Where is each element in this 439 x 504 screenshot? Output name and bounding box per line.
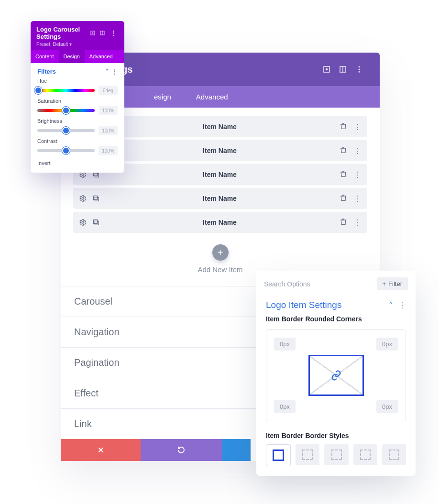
- border-style-option-3[interactable]: [324, 444, 348, 465]
- rounded-corners-control: 0px 0px 0px 0px: [266, 329, 406, 421]
- filters-body: Filters ˄ ⋮ Hue0degSaturation100%Brightn…: [31, 63, 124, 173]
- corner-bottom-right-input[interactable]: 0px: [376, 400, 398, 413]
- slider-track[interactable]: [37, 109, 95, 112]
- corner-top-left-input[interactable]: 0px: [274, 338, 296, 351]
- svg-point-1: [326, 69, 328, 70]
- expand-icon[interactable]: [318, 61, 335, 77]
- more-icon[interactable]: ⋮: [354, 194, 362, 203]
- item-name-label: Item Name: [100, 195, 340, 202]
- tab-advanced[interactable]: Advanced: [184, 86, 241, 108]
- filters-floating-panel: Logo Carousel Settings ⋮ Preset: Default…: [31, 21, 124, 173]
- svg-point-16: [82, 197, 84, 199]
- more-icon[interactable]: ⋮: [354, 122, 362, 131]
- svg-point-19: [82, 221, 84, 223]
- filters-panel-title: Logo Carousel Settings: [36, 26, 90, 40]
- slider-thumb[interactable]: [62, 147, 70, 154]
- item-name-label: Item Name: [100, 147, 340, 154]
- border-style-solid[interactable]: [266, 444, 291, 466]
- slider-value[interactable]: 100%: [99, 106, 118, 115]
- filter-hue: Hue0deg: [37, 78, 118, 95]
- item-row[interactable]: Item Name⋮: [73, 212, 367, 233]
- plus-icon: +: [383, 280, 386, 287]
- svg-rect-20: [95, 221, 99, 225]
- logo-item-settings-panel: Search Options + Filter Logo Item Settin…: [256, 271, 416, 476]
- slider-thumb[interactable]: [62, 127, 70, 134]
- trash-icon[interactable]: [340, 122, 347, 131]
- item-name-label: Item Name: [100, 219, 340, 226]
- border-style-option-4[interactable]: [353, 444, 377, 465]
- more-icon[interactable]: ⋮: [354, 218, 362, 227]
- item-row[interactable]: Item Name⋮: [73, 188, 367, 209]
- link-corners-toggle[interactable]: [308, 355, 364, 396]
- duplicate-icon[interactable]: [92, 219, 100, 226]
- slider-value[interactable]: 0deg: [99, 86, 118, 95]
- tab-design[interactable]: esign: [154, 86, 184, 108]
- undo-button[interactable]: [141, 439, 222, 461]
- chevron-up-icon: ˄: [389, 301, 393, 310]
- svg-point-13: [82, 174, 84, 175]
- more-icon[interactable]: ⋮: [109, 29, 119, 37]
- item-name-label: Item Name: [100, 123, 340, 131]
- svg-point-6: [359, 71, 360, 73]
- rounded-corners-label: Item Border Rounded Corners: [256, 315, 416, 323]
- more-icon[interactable]: ⋮: [354, 146, 362, 155]
- more-icon[interactable]: ⋮: [398, 301, 406, 310]
- trash-icon[interactable]: [340, 146, 347, 155]
- filters-tab-content[interactable]: Content: [31, 50, 59, 63]
- gear-icon[interactable]: [79, 195, 87, 202]
- filter-label: Contrast: [37, 138, 118, 144]
- filter-contrast: Contrast100%: [37, 138, 118, 155]
- filter-label: Brightness: [37, 118, 118, 124]
- slider-track[interactable]: [37, 129, 95, 132]
- svg-rect-18: [94, 196, 98, 200]
- filters-header: Logo Carousel Settings ⋮ Preset: Default…: [31, 21, 124, 50]
- add-item-button[interactable]: +: [212, 244, 229, 261]
- filter-label: Saturation: [37, 98, 118, 104]
- slider-value[interactable]: 100%: [99, 146, 118, 155]
- slider-track[interactable]: [37, 149, 95, 152]
- slider-thumb[interactable]: [34, 87, 42, 94]
- corner-bottom-left-input[interactable]: 0px: [274, 400, 296, 413]
- trash-icon[interactable]: [340, 218, 347, 227]
- item-panel-header[interactable]: Logo Item Settings ˄ ⋮: [256, 297, 416, 315]
- filter-controls: Hue0degSaturation100%Brightness100%Contr…: [37, 78, 118, 155]
- preset-label[interactable]: Preset: Default ▾: [36, 42, 119, 47]
- svg-point-5: [359, 69, 360, 70]
- chevron-up-icon: ˄: [106, 68, 109, 75]
- gear-icon[interactable]: [79, 219, 87, 226]
- corner-top-right-input[interactable]: 0px: [376, 338, 398, 351]
- filters-tab-advanced[interactable]: Advanced: [85, 50, 118, 63]
- slider-thumb[interactable]: [62, 107, 70, 114]
- svg-rect-17: [95, 197, 99, 201]
- slider-track[interactable]: [37, 89, 95, 92]
- invert-label: Invert: [37, 160, 118, 166]
- filters-section-header[interactable]: Filters ˄ ⋮: [37, 68, 118, 75]
- trash-icon[interactable]: [340, 194, 347, 203]
- svg-point-23: [92, 33, 93, 33]
- link-icon: [331, 370, 341, 381]
- trash-icon[interactable]: [340, 170, 347, 179]
- search-options-input[interactable]: Search Options: [264, 280, 377, 288]
- border-style-option-5[interactable]: [382, 444, 406, 465]
- svg-rect-14: [95, 173, 99, 177]
- duplicate-icon[interactable]: [92, 195, 100, 202]
- slider-value[interactable]: 100%: [99, 126, 118, 135]
- expand-icon[interactable]: [90, 30, 99, 36]
- border-style-option-2[interactable]: [296, 444, 319, 465]
- more-icon[interactable]: [351, 61, 367, 77]
- columns-icon[interactable]: [99, 30, 109, 36]
- more-icon[interactable]: ⋮: [354, 170, 362, 179]
- filters-tabs: ContentDesignAdvanced: [31, 50, 124, 63]
- save-button[interactable]: [222, 439, 251, 461]
- filters-tab-design[interactable]: Design: [59, 50, 85, 63]
- filter-button[interactable]: + Filter: [377, 277, 408, 290]
- svg-point-4: [359, 66, 360, 67]
- columns-icon[interactable]: [335, 61, 351, 77]
- filter-brightness: Brightness100%: [37, 118, 118, 135]
- svg-rect-21: [94, 220, 98, 224]
- item-panel-title: Logo Item Settings: [266, 300, 389, 310]
- more-icon[interactable]: ⋮: [111, 68, 118, 75]
- item-panel-top: Search Options + Filter: [256, 271, 416, 297]
- border-styles-row: [256, 444, 416, 466]
- cancel-button[interactable]: [61, 439, 141, 461]
